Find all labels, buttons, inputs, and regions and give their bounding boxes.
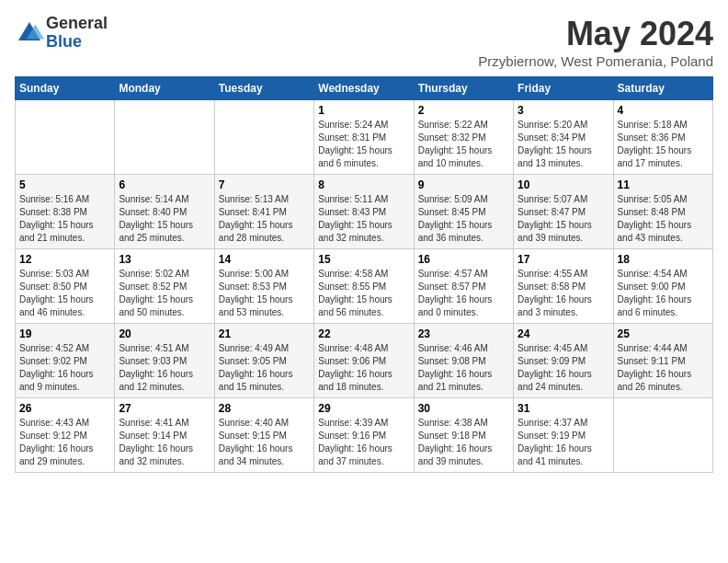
day-cell: 11Sunrise: 5:05 AM Sunset: 8:48 PM Dayli… <box>613 175 712 249</box>
week-row-3: 12Sunrise: 5:03 AM Sunset: 8:50 PM Dayli… <box>16 249 713 324</box>
week-row-4: 19Sunrise: 4:52 AM Sunset: 9:02 PM Dayli… <box>16 324 713 398</box>
day-info: Sunrise: 4:57 AM Sunset: 8:57 PM Dayligh… <box>418 268 509 319</box>
day-info: Sunrise: 5:05 AM Sunset: 8:48 PM Dayligh… <box>618 193 709 245</box>
day-number: 4 <box>618 104 709 117</box>
day-cell: 29Sunrise: 4:39 AM Sunset: 9:16 PM Dayli… <box>314 398 414 473</box>
day-info: Sunrise: 4:49 AM Sunset: 9:05 PM Dayligh… <box>219 342 310 394</box>
day-info: Sunrise: 5:20 AM Sunset: 8:34 PM Dayligh… <box>518 119 609 170</box>
day-number: 11 <box>618 178 709 191</box>
header-cell-sunday: Sunday <box>16 77 115 100</box>
logo-general-text: General <box>46 15 108 33</box>
day-cell <box>214 100 313 175</box>
day-number: 22 <box>318 327 409 340</box>
day-cell: 19Sunrise: 4:52 AM Sunset: 9:02 PM Dayli… <box>16 324 115 398</box>
day-info: Sunrise: 5:14 AM Sunset: 8:40 PM Dayligh… <box>119 193 210 245</box>
week-row-5: 26Sunrise: 4:43 AM Sunset: 9:12 PM Dayli… <box>16 398 713 473</box>
day-number: 5 <box>19 178 110 191</box>
calendar-table: SundayMondayTuesdayWednesdayThursdayFrid… <box>15 76 713 473</box>
day-number: 2 <box>418 104 509 117</box>
day-cell: 26Sunrise: 4:43 AM Sunset: 9:12 PM Dayli… <box>16 398 115 473</box>
day-info: Sunrise: 5:22 AM Sunset: 8:32 PM Dayligh… <box>418 119 509 170</box>
week-row-1: 1Sunrise: 5:24 AM Sunset: 8:31 PM Daylig… <box>16 100 713 175</box>
day-info: Sunrise: 5:11 AM Sunset: 8:43 PM Dayligh… <box>318 193 409 245</box>
logo-icon <box>15 18 44 48</box>
day-info: Sunrise: 4:44 AM Sunset: 9:11 PM Dayligh… <box>618 342 709 394</box>
day-info: Sunrise: 4:48 AM Sunset: 9:06 PM Dayligh… <box>318 342 409 394</box>
header-cell-tuesday: Tuesday <box>214 77 313 100</box>
day-number: 29 <box>318 402 409 415</box>
day-number: 26 <box>19 402 110 415</box>
day-info: Sunrise: 4:46 AM Sunset: 9:08 PM Dayligh… <box>418 342 509 394</box>
day-cell: 23Sunrise: 4:46 AM Sunset: 9:08 PM Dayli… <box>414 324 513 398</box>
day-number: 16 <box>418 253 509 266</box>
day-number: 18 <box>618 253 709 266</box>
day-cell: 7Sunrise: 5:13 AM Sunset: 8:41 PM Daylig… <box>214 175 313 249</box>
day-number: 21 <box>219 327 310 340</box>
day-cell <box>115 100 214 175</box>
day-info: Sunrise: 4:39 AM Sunset: 9:16 PM Dayligh… <box>318 417 409 468</box>
day-cell: 22Sunrise: 4:48 AM Sunset: 9:06 PM Dayli… <box>314 324 414 398</box>
day-cell <box>16 100 115 175</box>
day-number: 27 <box>119 402 210 415</box>
day-cell: 30Sunrise: 4:38 AM Sunset: 9:18 PM Dayli… <box>414 398 513 473</box>
day-cell: 4Sunrise: 5:18 AM Sunset: 8:36 PM Daylig… <box>613 100 712 175</box>
day-cell: 1Sunrise: 5:24 AM Sunset: 8:31 PM Daylig… <box>314 100 414 175</box>
day-number: 7 <box>219 178 310 191</box>
day-cell: 3Sunrise: 5:20 AM Sunset: 8:34 PM Daylig… <box>514 100 613 175</box>
day-info: Sunrise: 4:51 AM Sunset: 9:03 PM Dayligh… <box>119 342 210 394</box>
day-info: Sunrise: 5:07 AM Sunset: 8:47 PM Dayligh… <box>518 193 609 245</box>
logo: General Blue <box>15 15 108 52</box>
day-number: 17 <box>518 253 609 266</box>
day-number: 20 <box>119 327 210 340</box>
day-cell: 14Sunrise: 5:00 AM Sunset: 8:53 PM Dayli… <box>214 249 313 324</box>
day-info: Sunrise: 4:58 AM Sunset: 8:55 PM Dayligh… <box>318 268 409 319</box>
day-number: 10 <box>518 178 609 191</box>
day-number: 1 <box>318 104 409 117</box>
day-info: Sunrise: 4:37 AM Sunset: 9:19 PM Dayligh… <box>518 417 609 468</box>
day-number: 9 <box>418 178 509 191</box>
day-cell: 10Sunrise: 5:07 AM Sunset: 8:47 PM Dayli… <box>514 175 613 249</box>
title-area: May 2024 Przybiernow, West Pomerania, Po… <box>478 15 713 69</box>
day-number: 19 <box>19 327 110 340</box>
day-number: 23 <box>418 327 509 340</box>
header-cell-monday: Monday <box>115 77 214 100</box>
logo-text: General Blue <box>46 15 108 52</box>
day-cell: 2Sunrise: 5:22 AM Sunset: 8:32 PM Daylig… <box>414 100 513 175</box>
header: General Blue May 2024 Przybiernow, West … <box>15 15 713 69</box>
day-info: Sunrise: 5:18 AM Sunset: 8:36 PM Dayligh… <box>618 119 709 170</box>
day-cell: 20Sunrise: 4:51 AM Sunset: 9:03 PM Dayli… <box>115 324 214 398</box>
day-info: Sunrise: 5:13 AM Sunset: 8:41 PM Dayligh… <box>219 193 310 245</box>
day-cell: 6Sunrise: 5:14 AM Sunset: 8:40 PM Daylig… <box>115 175 214 249</box>
day-info: Sunrise: 5:16 AM Sunset: 8:38 PM Dayligh… <box>19 193 110 245</box>
day-info: Sunrise: 5:09 AM Sunset: 8:45 PM Dayligh… <box>418 193 509 245</box>
day-number: 12 <box>19 253 110 266</box>
day-info: Sunrise: 4:43 AM Sunset: 9:12 PM Dayligh… <box>19 417 110 468</box>
day-info: Sunrise: 5:02 AM Sunset: 8:52 PM Dayligh… <box>119 268 210 319</box>
day-cell: 17Sunrise: 4:55 AM Sunset: 8:58 PM Dayli… <box>514 249 613 324</box>
day-number: 14 <box>219 253 310 266</box>
day-cell: 25Sunrise: 4:44 AM Sunset: 9:11 PM Dayli… <box>613 324 712 398</box>
day-cell: 18Sunrise: 4:54 AM Sunset: 9:00 PM Dayli… <box>613 249 712 324</box>
day-cell: 24Sunrise: 4:45 AM Sunset: 9:09 PM Dayli… <box>514 324 613 398</box>
day-info: Sunrise: 5:00 AM Sunset: 8:53 PM Dayligh… <box>219 268 310 319</box>
day-cell: 31Sunrise: 4:37 AM Sunset: 9:19 PM Dayli… <box>514 398 613 473</box>
day-number: 25 <box>618 327 709 340</box>
day-cell: 15Sunrise: 4:58 AM Sunset: 8:55 PM Dayli… <box>314 249 414 324</box>
day-cell <box>613 398 712 473</box>
day-number: 13 <box>119 253 210 266</box>
day-cell: 21Sunrise: 4:49 AM Sunset: 9:05 PM Dayli… <box>214 324 313 398</box>
header-cell-wednesday: Wednesday <box>314 77 414 100</box>
day-info: Sunrise: 5:24 AM Sunset: 8:31 PM Dayligh… <box>318 119 409 170</box>
day-info: Sunrise: 4:45 AM Sunset: 9:09 PM Dayligh… <box>518 342 609 394</box>
day-cell: 13Sunrise: 5:02 AM Sunset: 8:52 PM Dayli… <box>115 249 214 324</box>
header-cell-thursday: Thursday <box>414 77 513 100</box>
logo-blue-text: Blue <box>46 33 108 52</box>
month-title: May 2024 <box>478 15 713 53</box>
day-cell: 16Sunrise: 4:57 AM Sunset: 8:57 PM Dayli… <box>414 249 513 324</box>
day-cell: 28Sunrise: 4:40 AM Sunset: 9:15 PM Dayli… <box>214 398 313 473</box>
day-cell: 8Sunrise: 5:11 AM Sunset: 8:43 PM Daylig… <box>314 175 414 249</box>
day-cell: 9Sunrise: 5:09 AM Sunset: 8:45 PM Daylig… <box>414 175 513 249</box>
day-info: Sunrise: 4:38 AM Sunset: 9:18 PM Dayligh… <box>418 417 509 468</box>
day-number: 31 <box>518 402 609 415</box>
week-row-2: 5Sunrise: 5:16 AM Sunset: 8:38 PM Daylig… <box>16 175 713 249</box>
